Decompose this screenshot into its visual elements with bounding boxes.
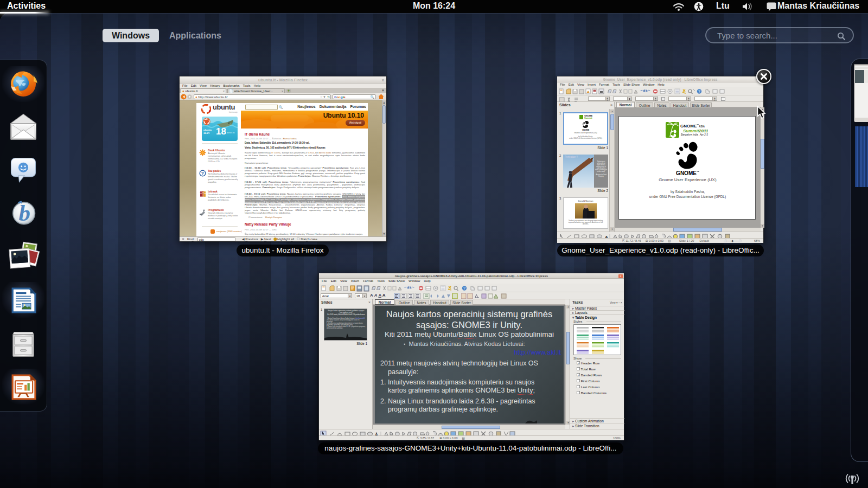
svg-text:?: ?	[463, 286, 465, 290]
svg-text:?: ?	[201, 171, 204, 176]
svg-text:?: ?	[698, 89, 700, 93]
svg-text:b: b	[18, 200, 30, 226]
